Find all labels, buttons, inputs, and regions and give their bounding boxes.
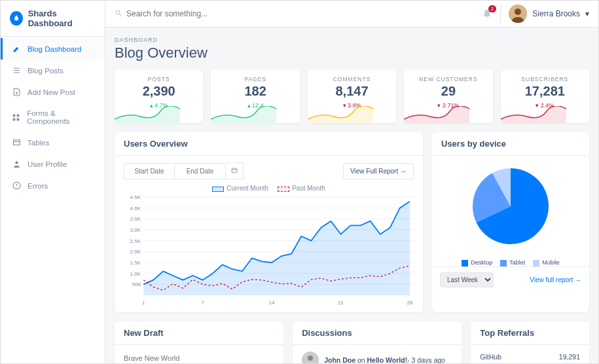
card-title: Top Referrals bbox=[471, 321, 589, 345]
sidebar-item-label: User Profile bbox=[27, 160, 67, 168]
topbar: 2 Sierra Brooks ▾ bbox=[105, 1, 598, 27]
chevron-down-icon: ▾ bbox=[585, 9, 589, 18]
users-overview-controls: View Full Report → bbox=[124, 162, 414, 179]
stat-card-new-customers: NEW CUSTOMERS29▾ 2.71% bbox=[404, 69, 492, 123]
svg-point-10 bbox=[116, 10, 120, 14]
view-full-report-link[interactable]: View full report → bbox=[530, 276, 581, 283]
discussions-card: Discussions John Doe on Hello World!- 3 … bbox=[293, 321, 462, 363]
sidebar-item-forms-components[interactable]: Forms & Components bbox=[1, 103, 105, 132]
table-icon bbox=[12, 138, 21, 147]
svg-rect-14 bbox=[232, 168, 237, 173]
svg-point-6 bbox=[15, 161, 18, 164]
user-menu[interactable]: Sierra Brooks ▾ bbox=[500, 5, 589, 23]
chart-legend: Current Month Past Month bbox=[124, 185, 414, 192]
search-icon bbox=[115, 9, 122, 19]
sidebar-item-label: Errors bbox=[27, 182, 48, 190]
svg-text:4.0K: 4.0K bbox=[130, 206, 141, 211]
pie-legend-item: Tablet bbox=[500, 259, 525, 266]
pie-legend: DesktopTabletMobile bbox=[432, 259, 589, 266]
view-module-icon bbox=[12, 113, 20, 122]
stat-card-subscribers: SUBSCRIBERS17,281▾ 2.4% bbox=[501, 69, 589, 123]
sidebar-item-label: Blog Posts bbox=[27, 67, 64, 75]
svg-point-40 bbox=[308, 355, 313, 361]
page-title: Blog Overview bbox=[115, 45, 589, 62]
stat-label: POSTS bbox=[122, 76, 195, 82]
svg-rect-2 bbox=[13, 118, 16, 120]
search[interactable] bbox=[115, 9, 474, 19]
search-input[interactable] bbox=[126, 9, 474, 18]
pie-chart bbox=[432, 156, 589, 257]
sidebar-item-user-profile[interactable]: User Profile bbox=[1, 153, 105, 175]
svg-text:1: 1 bbox=[142, 300, 145, 306]
svg-text:2.0K: 2.0K bbox=[130, 249, 141, 255]
brand-name: Shards Dashboard bbox=[28, 9, 96, 28]
svg-text:4.5K: 4.5K bbox=[130, 194, 141, 200]
notifications-button[interactable]: 2 bbox=[482, 8, 492, 20]
stat-value: 8,147 bbox=[316, 84, 388, 99]
end-date-input[interactable] bbox=[175, 163, 226, 179]
brand[interactable]: Shards Dashboard bbox=[1, 1, 105, 37]
legend-past: Past Month bbox=[292, 185, 325, 192]
stat-value: 29 bbox=[412, 84, 484, 99]
user-name: Sierra Brooks bbox=[532, 9, 580, 18]
main: 2 Sierra Brooks ▾ DASHBOARD Blog Overvie… bbox=[105, 1, 598, 363]
breadcrumb: DASHBOARD bbox=[115, 37, 589, 43]
sidebar-item-label: Blog Dashboard bbox=[27, 45, 81, 53]
svg-rect-4 bbox=[13, 140, 20, 145]
sidebar-item-label: Tables bbox=[27, 139, 49, 147]
stat-value: 182 bbox=[219, 84, 291, 99]
svg-text:21: 21 bbox=[338, 300, 344, 306]
stat-value: 2,390 bbox=[122, 84, 195, 99]
users-overview-card: Users Overview View Full Report → Curren… bbox=[115, 132, 423, 312]
error-icon bbox=[12, 181, 21, 190]
stat-label: SUBSCRIBERS bbox=[509, 76, 581, 82]
avatar bbox=[302, 352, 319, 363]
top-referrals-card: Top Referrals GitHub19,291 bbox=[471, 321, 589, 363]
sidebar-item-blog-posts[interactable]: Blog Posts bbox=[1, 60, 105, 81]
stat-label: PAGES bbox=[219, 76, 291, 82]
card-title: Users by device bbox=[432, 132, 589, 156]
start-date-input[interactable] bbox=[124, 163, 175, 179]
person-icon bbox=[12, 160, 21, 168]
nav: Blog DashboardBlog PostsAdd New PostForm… bbox=[1, 37, 105, 196]
users-by-device-card: Users by device DesktopTabletMobile Last… bbox=[432, 132, 589, 312]
pie-legend-item: Mobile bbox=[533, 259, 560, 266]
draft-title-input[interactable] bbox=[124, 352, 274, 363]
new-draft-card: New Draft bbox=[115, 321, 283, 363]
stat-card-pages: PAGES182▴ 12.4 bbox=[211, 69, 299, 123]
edit-icon bbox=[12, 45, 21, 53]
svg-text:28: 28 bbox=[407, 300, 412, 306]
svg-rect-1 bbox=[17, 114, 20, 117]
stat-card-comments: COMMENTS8,147▾ 3.8% bbox=[308, 69, 396, 123]
sidebar-item-errors[interactable]: Errors bbox=[1, 175, 105, 196]
stat-label: COMMENTS bbox=[316, 76, 388, 82]
svg-text:2.5K: 2.5K bbox=[130, 238, 141, 244]
view-full-report-button[interactable]: View Full Report → bbox=[343, 163, 414, 179]
discussion-item[interactable]: John Doe on Hello World!- 3 days ago bbox=[302, 352, 452, 363]
svg-text:3.5K: 3.5K bbox=[130, 217, 141, 223]
card-title: New Draft bbox=[115, 321, 283, 345]
card-title: Users Overview bbox=[115, 132, 423, 156]
users-overview-chart: 5001.0K1.5K2.0K2.5K3.0K3.5K4.0K4.5K17142… bbox=[124, 194, 414, 306]
svg-rect-3 bbox=[17, 118, 20, 120]
brand-logo-icon bbox=[10, 11, 23, 26]
svg-rect-0 bbox=[13, 114, 16, 117]
svg-text:7: 7 bbox=[201, 300, 204, 306]
timeframe-select[interactable]: Last Week bbox=[440, 272, 494, 287]
svg-text:500: 500 bbox=[132, 282, 141, 288]
svg-line-11 bbox=[120, 14, 122, 16]
svg-text:1.5K: 1.5K bbox=[130, 260, 141, 266]
legend-current: Current Month bbox=[227, 185, 268, 192]
svg-point-9 bbox=[16, 187, 16, 188]
calendar-icon[interactable] bbox=[226, 162, 244, 179]
note-add-icon bbox=[12, 88, 21, 96]
svg-text:1.0K: 1.0K bbox=[130, 271, 141, 277]
card-title: Discussions bbox=[293, 321, 462, 345]
stat-card-posts: POSTS2,390▴ 4.7% bbox=[115, 69, 203, 123]
sidebar-item-tables[interactable]: Tables bbox=[1, 132, 105, 153]
sidebar-item-blog-dashboard[interactable]: Blog Dashboard bbox=[1, 38, 105, 60]
avatar bbox=[509, 5, 527, 23]
svg-text:14: 14 bbox=[269, 300, 275, 306]
sidebar: Shards Dashboard Blog DashboardBlog Post… bbox=[1, 1, 105, 363]
sidebar-item-add-new-post[interactable]: Add New Post bbox=[1, 81, 105, 103]
